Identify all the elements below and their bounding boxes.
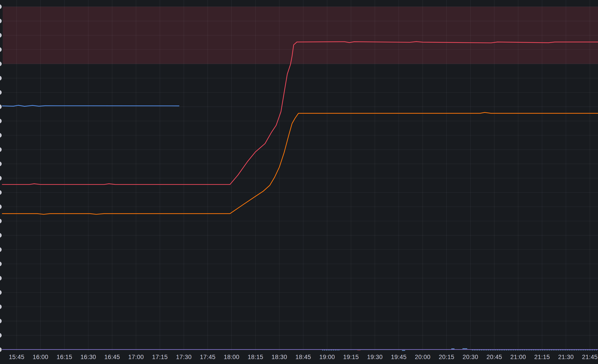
y-tick-fragment	[0, 104, 2, 109]
y-tick-fragment	[0, 233, 2, 238]
x-tick-label: 18:00	[224, 354, 240, 360]
x-tick-label: 16:00	[33, 354, 49, 360]
y-axis-label-fragments	[0, 4, 2, 352]
x-tick-label: 19:15	[343, 354, 359, 360]
y-tick-fragment	[0, 147, 2, 152]
x-axis-tick-labels: 15:4516:0016:1516:3016:4517:0017:1517:30…	[9, 354, 598, 360]
x-tick-label: 21:00	[510, 354, 526, 360]
y-tick-fragment	[0, 47, 2, 52]
y-tick-fragment	[0, 290, 2, 295]
orange-series-line[interactable]	[2, 112, 598, 214]
timeseries-chart-canvas[interactable]: 15:4516:0016:1516:3016:4517:0017:1517:30…	[0, 0, 598, 364]
y-tick-fragment	[0, 190, 2, 195]
x-tick-label: 21:15	[534, 354, 550, 360]
x-tick-label: 21:30	[558, 354, 574, 360]
x-tick-label: 16:45	[104, 354, 120, 360]
x-tick-label: 18:15	[248, 354, 263, 360]
blue-series-line[interactable]	[2, 105, 179, 106]
x-tick-label: 20:00	[415, 354, 431, 360]
x-tick-label: 19:30	[367, 354, 383, 360]
y-tick-fragment	[0, 19, 2, 23]
y-tick-fragment	[0, 219, 2, 223]
y-tick-fragment	[0, 4, 2, 9]
x-tick-label: 16:30	[80, 354, 96, 360]
y-tick-fragment	[0, 133, 2, 138]
x-tick-label: 18:30	[272, 354, 287, 360]
y-tick-fragment	[0, 247, 2, 252]
x-tick-label: 17:00	[128, 354, 144, 360]
x-tick-label: 19:00	[319, 354, 335, 360]
x-tick-label: 16:15	[57, 354, 72, 360]
y-tick-fragment	[0, 276, 2, 281]
y-tick-fragment	[0, 76, 2, 81]
grafana-timeseries-panel: 15:4516:0016:1516:3016:4517:0017:1517:30…	[0, 0, 598, 364]
y-tick-fragment	[0, 261, 2, 266]
x-tick-label: 18:45	[295, 354, 311, 360]
series-lines	[2, 41, 598, 349]
y-tick-fragment	[0, 61, 2, 66]
y-tick-fragment	[0, 90, 2, 95]
y-tick-fragment	[0, 33, 2, 38]
y-tick-fragment	[0, 119, 2, 124]
y-tick-fragment	[0, 204, 2, 209]
x-tick-label: 17:45	[200, 354, 216, 360]
x-tick-label: 20:45	[486, 354, 502, 360]
y-tick-fragment	[0, 333, 2, 338]
x-tick-label: 20:15	[439, 354, 454, 360]
y-tick-fragment	[0, 319, 2, 323]
x-tick-label: 21:45	[582, 354, 598, 360]
x-tick-label: 17:15	[152, 354, 168, 360]
y-tick-fragment	[0, 176, 2, 181]
x-tick-label: 15:45	[9, 354, 25, 360]
x-tick-label: 17:30	[176, 354, 192, 360]
y-tick-fragment	[0, 347, 2, 352]
x-tick-label: 20:30	[463, 354, 478, 360]
x-tick-label: 19:45	[391, 354, 407, 360]
y-tick-fragment	[0, 304, 2, 309]
y-tick-fragment	[0, 162, 2, 166]
